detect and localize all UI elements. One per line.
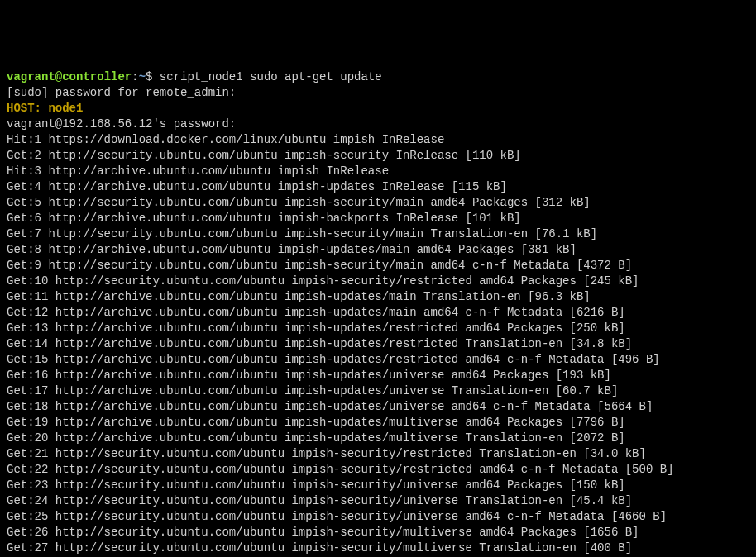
prompt-at: @: [55, 70, 62, 83]
apt-output-line: Get:24 http://security.ubuntu.com/ubuntu…: [7, 493, 749, 509]
ssh-password-prompt: vagrant@192.168.56.12's password:: [7, 117, 749, 132]
apt-output-line: Get:7 http://security.ubuntu.com/ubuntu …: [7, 226, 749, 242]
apt-output-line: Get:9 http://security.ubuntu.com/ubuntu …: [7, 258, 749, 274]
apt-output-line: Get:25 http://security.ubuntu.com/ubuntu…: [7, 509, 749, 525]
prompt-user: vagrant: [7, 70, 55, 83]
apt-output-line: Get:6 http://archive.ubuntu.com/ubuntu i…: [7, 211, 749, 226]
prompt-line-1: vagrant@controller:~$ script_node1 sudo …: [7, 69, 749, 85]
command-input: script_node1 sudo apt-get update: [160, 70, 382, 83]
prompt-colon: :: [132, 70, 138, 83]
apt-output-line: Hit:1 https://download.docker.com/linux/…: [7, 132, 749, 148]
apt-output-line: Get:23 http://security.ubuntu.com/ubuntu…: [7, 478, 749, 493]
apt-output-line: Get:2 http://security.ubuntu.com/ubuntu …: [7, 148, 749, 164]
host-header: HOST: node1: [7, 101, 749, 117]
apt-output-line: Get:14 http://archive.ubuntu.com/ubuntu …: [7, 336, 749, 352]
apt-output-line: Get:21 http://security.ubuntu.com/ubuntu…: [7, 446, 749, 462]
sudo-password-prompt: [sudo] password for remote_admin:: [7, 85, 749, 101]
apt-output-line: Get:22 http://security.ubuntu.com/ubuntu…: [7, 462, 749, 478]
prompt-dollar: $: [146, 70, 160, 83]
apt-output: Hit:1 https://download.docker.com/linux/…: [7, 132, 749, 556]
apt-output-line: Get:19 http://archive.ubuntu.com/ubuntu …: [7, 415, 749, 431]
apt-output-line: Get:17 http://archive.ubuntu.com/ubuntu …: [7, 383, 749, 399]
apt-output-line: Get:20 http://archive.ubuntu.com/ubuntu …: [7, 431, 749, 446]
apt-output-line: Get:27 http://security.ubuntu.com/ubuntu…: [7, 540, 749, 556]
apt-output-line: Get:26 http://security.ubuntu.com/ubuntu…: [7, 525, 749, 540]
prompt-path: ~: [139, 70, 146, 83]
apt-output-line: Get:4 http://archive.ubuntu.com/ubuntu i…: [7, 179, 749, 195]
apt-output-line: Get:18 http://archive.ubuntu.com/ubuntu …: [7, 399, 749, 415]
prompt-host: controller: [62, 70, 132, 83]
apt-output-line: Get:5 http://security.ubuntu.com/ubuntu …: [7, 195, 749, 211]
apt-output-line: Get:12 http://archive.ubuntu.com/ubuntu …: [7, 305, 749, 321]
apt-output-line: Hit:3 http://archive.ubuntu.com/ubuntu i…: [7, 164, 749, 179]
apt-output-line: Get:10 http://security.ubuntu.com/ubuntu…: [7, 274, 749, 289]
apt-output-line: Get:16 http://archive.ubuntu.com/ubuntu …: [7, 368, 749, 383]
apt-output-line: Get:13 http://archive.ubuntu.com/ubuntu …: [7, 321, 749, 336]
apt-output-line: Get:15 http://archive.ubuntu.com/ubuntu …: [7, 352, 749, 368]
apt-output-line: Get:11 http://archive.ubuntu.com/ubuntu …: [7, 289, 749, 305]
apt-output-line: Get:8 http://archive.ubuntu.com/ubuntu i…: [7, 242, 749, 258]
terminal[interactable]: vagrant@controller:~$ script_node1 sudo …: [7, 69, 749, 557]
